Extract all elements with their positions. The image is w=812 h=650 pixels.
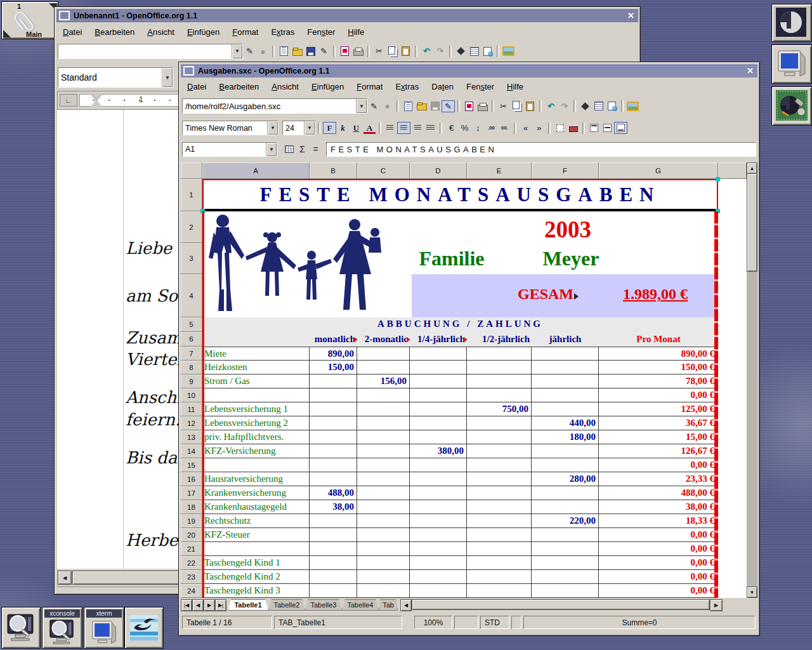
cell-C8[interactable]	[357, 361, 410, 375]
cell-reference-combobox[interactable]: A1 ▼	[182, 142, 277, 157]
row-label[interactable]	[202, 388, 310, 402]
copy-icon[interactable]	[510, 100, 523, 112]
status-zoom[interactable]: 100%	[414, 616, 452, 629]
table-row[interactable]: 0,00 €	[202, 388, 718, 402]
table-row[interactable]: KFZ-Steuer0,00 €	[202, 528, 718, 542]
percent-format-button[interactable]: %	[458, 122, 471, 134]
cell-F8[interactable]	[532, 361, 599, 375]
cell-B18[interactable]: 38,00	[310, 500, 357, 514]
cell-C14[interactable]	[357, 444, 410, 458]
column-header-partial[interactable]	[718, 162, 747, 179]
menu-item-format[interactable]: Format	[350, 80, 389, 93]
cell-G9[interactable]: 78,00 €	[599, 375, 718, 388]
writer-close-button[interactable]: ✕	[625, 10, 637, 21]
cell-B24[interactable]	[310, 584, 357, 598]
cell-E15[interactable]	[467, 458, 532, 472]
chevron-down-icon[interactable]: ▼	[162, 68, 173, 87]
corner-handle[interactable]	[3, 30, 11, 37]
row-header-17[interactable]: 17	[181, 486, 202, 500]
cell-C17[interactable]	[357, 486, 410, 500]
cell-B10[interactable]	[310, 388, 357, 402]
paste-icon[interactable]	[523, 100, 537, 112]
row-header-12[interactable]: 12	[181, 416, 202, 430]
column-header-C[interactable]: C	[357, 162, 410, 179]
row-header-16[interactable]: 16	[181, 472, 202, 486]
cell-E14[interactable]	[467, 444, 532, 458]
table-row[interactable]: Hausratversicherung280,0023,33 €	[202, 472, 718, 486]
cell-G24[interactable]: 0,00 €	[599, 584, 718, 598]
valign-center-button[interactable]	[601, 122, 614, 134]
table-row[interactable]: Rechtschutz220,0018,33 €	[202, 514, 718, 528]
table-row[interactable]: Taschengeld Kind 20,00 €	[202, 570, 718, 584]
cell-G13[interactable]: 15,00 €	[599, 430, 718, 444]
cell-E8[interactable]	[467, 361, 532, 375]
sheet-tab-tabelle2[interactable]: Tabelle2	[268, 599, 305, 611]
selection-handle[interactable]	[716, 177, 720, 182]
calc-close-button[interactable]: ✕	[744, 65, 756, 76]
menu-item-ansicht[interactable]: Ansicht	[141, 25, 181, 39]
cell-D8[interactable]	[410, 361, 467, 375]
cell-D21[interactable]	[410, 542, 467, 556]
cut-icon[interactable]: ✂	[372, 45, 386, 57]
cell-C23[interactable]	[357, 570, 410, 584]
open-icon[interactable]	[291, 45, 304, 57]
cell-C13[interactable]	[357, 430, 410, 444]
section-band[interactable]: ABBUCHUNG / ZAHLUNG monatlich2-monatlic1…	[202, 317, 718, 347]
cell-F18[interactable]	[532, 500, 599, 514]
stop-loading-icon[interactable]: ●	[256, 45, 270, 57]
paste-icon[interactable]	[399, 45, 412, 57]
cell-D12[interactable]	[410, 416, 467, 430]
cell-C19[interactable]	[357, 514, 410, 528]
main-module-box[interactable]: 1 Main	[1, 1, 58, 39]
calc-window[interactable]: Ausgaben.sxc - OpenOffice.org 1.1 ✕ Date…	[178, 62, 760, 636]
table-row[interactable]: 0,00 €	[202, 542, 718, 556]
chevron-down-icon[interactable]: ▼	[232, 44, 242, 58]
undo-icon[interactable]: ↶	[420, 45, 433, 57]
row-header-7[interactable]: 7	[181, 347, 202, 361]
row-header-18[interactable]: 18	[181, 500, 202, 514]
cell-C20[interactable]	[357, 528, 410, 542]
cell-B14[interactable]	[310, 444, 357, 458]
cell-G16[interactable]: 23,33 €	[599, 472, 718, 486]
column-header-A[interactable]: A	[202, 162, 310, 179]
cell-E13[interactable]	[467, 430, 532, 444]
row-header-10[interactable]: 10	[181, 388, 202, 402]
hscroll-right-icon[interactable]: ▶	[710, 599, 723, 611]
cell-B7[interactable]: 890,00	[310, 347, 357, 361]
cell-G22[interactable]: 0,00 €	[599, 556, 718, 570]
status-sum[interactable]: Summe=0	[523, 616, 756, 629]
row-header-13[interactable]: 13	[181, 430, 202, 444]
cell-C18[interactable]	[357, 500, 410, 514]
menu-item-format[interactable]: Format	[226, 25, 265, 39]
valign-bottom-button[interactable]	[614, 122, 627, 134]
cell-E20[interactable]	[467, 528, 532, 542]
cell-G11[interactable]: 125,00 €	[599, 402, 718, 416]
select-all-corner[interactable]	[181, 162, 202, 179]
calc-vscrollbar[interactable]: ▲ ▼	[747, 162, 757, 598]
cell-B8[interactable]: 150,00	[310, 361, 357, 375]
table-row[interactable]: Miete890,00890,00 €	[202, 347, 718, 361]
redo-icon[interactable]: ↷	[558, 100, 571, 112]
sum-button[interactable]: Σ	[296, 143, 309, 156]
navigator-icon[interactable]	[579, 100, 592, 112]
menu-item-daten[interactable]: Daten	[425, 80, 460, 93]
prev-sheet-icon[interactable]: ◀	[192, 599, 204, 611]
status-page-style[interactable]: TAB_Tabelle1	[274, 616, 402, 629]
menu-item-bearbeiten[interactable]: Bearbeiten	[88, 25, 141, 39]
taskbar-icon-openoffice[interactable]	[124, 607, 164, 649]
row-label[interactable]: priv. Haftpflichtvers.	[202, 430, 310, 444]
cell-B13[interactable]	[310, 430, 357, 444]
desktop-icon-display[interactable]	[771, 44, 812, 84]
desktop-icon-screensaver[interactable]	[771, 4, 812, 42]
menu-item-ansicht[interactable]: Ansicht	[265, 80, 305, 93]
calc-titlebar[interactable]: Ausgaben.sxc - OpenOffice.org 1.1 ✕	[181, 64, 757, 77]
cell-G20[interactable]: 0,00 €	[599, 528, 718, 542]
cell-C21[interactable]	[357, 542, 410, 556]
align-left-button[interactable]	[384, 122, 397, 134]
cell-F20[interactable]	[532, 528, 599, 542]
cell-B23[interactable]	[310, 570, 357, 584]
row-label[interactable]: Taschengeld Kind 2	[202, 570, 310, 584]
row-header-9[interactable]: 9	[181, 375, 202, 388]
row-label[interactable]	[202, 542, 310, 556]
cell-E21[interactable]	[467, 542, 532, 556]
